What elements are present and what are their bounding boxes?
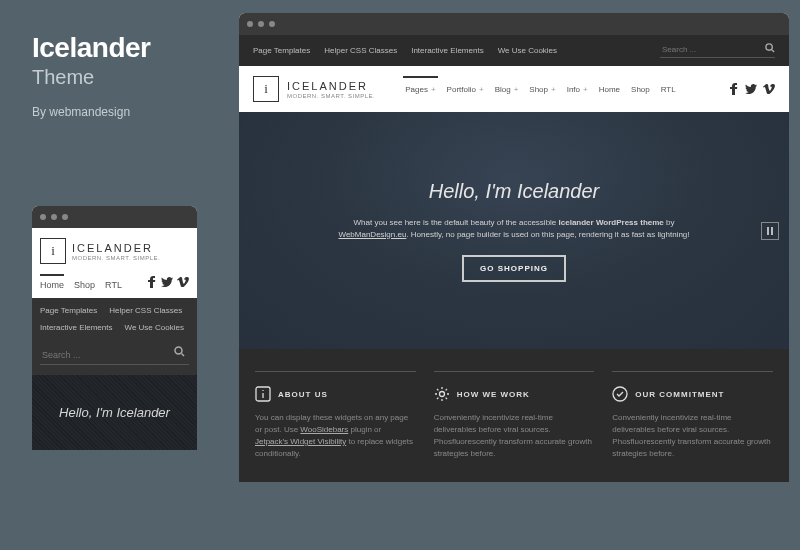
feature-body: Conveniently incentivize real-time deliv… [612,412,773,460]
search-input[interactable] [40,346,189,365]
nav-info[interactable]: Info+ [563,82,592,97]
promo-panel: Icelander Theme By webmandesign [32,32,217,119]
nav-rtl[interactable]: RTL [657,82,680,97]
expand-icon: + [583,85,588,94]
features-row: ABOUT US You can display these widgets o… [239,349,789,482]
topbar-item[interactable]: Helper CSS Classes [109,306,182,315]
topbar-item[interactable]: Page Templates [40,306,97,315]
facebook-icon[interactable] [147,276,157,288]
feature-body: Conveniently incentivize real-time deliv… [434,412,595,460]
feature-title: OUR COMMITMENT [635,390,724,399]
brand-tagline: MODERN. SMART. SIMPLE. [287,93,375,99]
mobile-nav-home[interactable]: Home [40,274,64,290]
search-icon[interactable] [765,43,775,53]
window-titlebar [239,13,789,35]
hero-body: What you see here is the default beauty … [319,217,709,241]
hero-title: Hello, I'm Icelander [429,180,600,203]
mobile-nav: Home Shop RTL [32,274,197,298]
desktop-header: i ICELANDER MODERN. SMART. SIMPLE. Pages… [239,66,789,112]
svg-line-1 [182,354,185,357]
mobile-topbar: Page Templates Helper CSS Classes Intera… [32,298,197,340]
go-shopping-button[interactable]: GO SHOPPING [462,255,566,282]
desktop-preview-window: Page Templates Helper CSS Classes Intera… [239,13,789,482]
search-icon[interactable] [174,346,185,357]
brand-name: ICELANDER [287,80,375,92]
mobile-nav-rtl[interactable]: RTL [105,274,122,290]
nav-home[interactable]: Home [595,82,624,97]
expand-icon: + [551,85,556,94]
nav-shop[interactable]: Shop+ [525,82,559,97]
expand-icon: + [514,85,519,94]
nav-blog[interactable]: Blog+ [491,82,523,97]
window-titlebar [32,206,197,228]
hero-section: Hello, I'm Icelander What you see here i… [239,112,789,349]
feature-about: ABOUT US You can display these widgets o… [255,371,416,460]
mobile-preview-window: i ICELANDER MODERN. SMART. SIMPLE. Home … [32,206,197,450]
vimeo-icon[interactable] [763,84,775,94]
svg-point-0 [175,347,182,354]
nav-portfolio[interactable]: Portfolio+ [443,82,488,97]
mobile-search [32,340,197,375]
gear-icon [434,386,450,402]
theme-byline: By webmandesign [32,105,217,119]
topbar-item[interactable]: Interactive Elements [411,46,483,55]
svg-rect-5 [771,227,773,235]
svg-point-2 [766,44,772,50]
search-input[interactable] [660,43,775,58]
expand-icon: + [479,85,484,94]
feature-title: HOW WE WORK [457,390,530,399]
svg-point-10 [613,387,627,401]
mobile-nav-shop[interactable]: Shop [74,274,95,290]
brand-tagline: MODERN. SMART. SIMPLE. [72,255,160,261]
svg-line-3 [772,50,774,52]
feature-commitment: OUR COMMITMENT Conveniently incentivize … [612,371,773,460]
svg-point-9 [439,392,444,397]
desktop-nav: Pages+ Portfolio+ Blog+ Shop+ Info+ Home… [401,82,679,97]
twitter-icon[interactable] [745,84,757,94]
vimeo-icon[interactable] [177,277,189,287]
topbar-item[interactable]: Interactive Elements [40,323,112,332]
logo-icon: i [40,238,66,264]
feature-link[interactable]: WooSidebars [300,425,348,434]
mobile-header: i ICELANDER MODERN. SMART. SIMPLE. [32,228,197,274]
topbar-item[interactable]: We Use Cookies [124,323,183,332]
pause-button[interactable] [761,222,779,240]
feature-link[interactable]: Jetpack's Widget Visibility [255,437,346,446]
check-icon [612,386,628,402]
desktop-search [660,43,775,58]
topbar-item[interactable]: We Use Cookies [498,46,557,55]
theme-subtitle: Theme [32,66,217,89]
feature-body: You can display these widgets on any pag… [255,412,416,460]
feature-how-we-work: HOW WE WORK Conveniently incentivize rea… [434,371,595,460]
nav-shop2[interactable]: Shop [627,82,654,97]
facebook-icon[interactable] [729,83,739,95]
mobile-hero: Hello, I'm Icelander [32,375,197,450]
hero-link[interactable]: WebManDesign.eu [338,230,406,239]
info-icon [255,386,271,402]
logo-icon: i [253,76,279,102]
theme-title: Icelander [32,32,217,64]
mobile-hero-title: Hello, I'm Icelander [59,405,170,420]
desktop-topbar: Page Templates Helper CSS Classes Intera… [239,35,789,66]
expand-icon: + [431,85,436,94]
feature-title: ABOUT US [278,390,328,399]
nav-pages[interactable]: Pages+ [401,82,439,97]
svg-rect-4 [767,227,769,235]
topbar-item[interactable]: Helper CSS Classes [324,46,397,55]
brand-name: ICELANDER [72,242,160,254]
twitter-icon[interactable] [161,277,173,287]
topbar-item[interactable]: Page Templates [253,46,310,55]
